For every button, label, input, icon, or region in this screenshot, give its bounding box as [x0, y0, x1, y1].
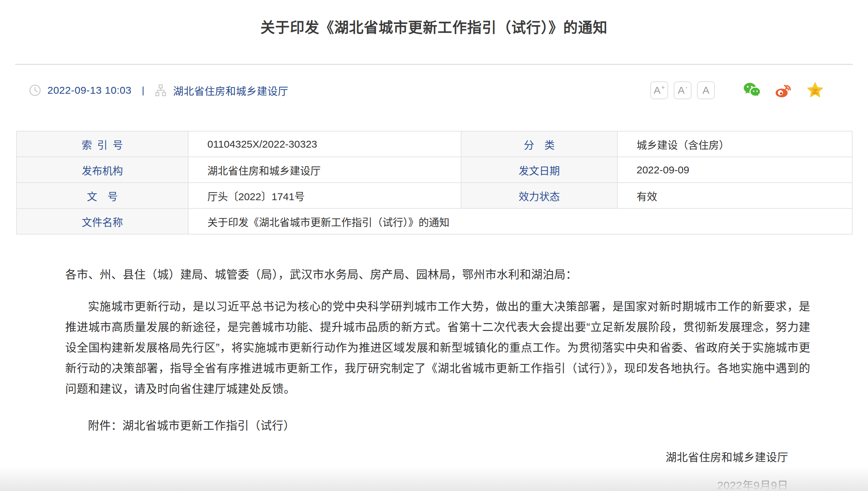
wechat-icon [742, 81, 762, 100]
weibo-icon [774, 81, 793, 100]
meta-info: 2022-09-13 10:03 | 湖北省住房和城乡建设厅 [16, 83, 288, 98]
salutation: 各市、州、县住（城）建局、城管委（局），武汉市水务局、房产局、园林局，鄂州市水利… [65, 267, 810, 282]
page-title: 关于印发《湖北省城市更新工作指引（试行）》的通知 [0, 0, 868, 37]
qzone-icon [806, 81, 825, 100]
sitemap-icon [155, 84, 167, 96]
main-paragraph: 实施城市更新行动，是以习近平总书记为核心的党中央科学研判城市工作大势，做出的重大… [65, 296, 810, 399]
validity-value: 有效 [617, 183, 852, 208]
signature-date: 2022年9月9日 [65, 478, 810, 491]
font-decrease-label: A [678, 84, 685, 96]
table-row: 发布机构 湖北省住房和城乡建设厅 发文日期 2022-09-09 [16, 157, 852, 183]
wechat-share-button[interactable] [742, 81, 762, 100]
clock-icon [29, 84, 41, 96]
table-row: 索 引 号 01104325X/2022-30323 分 类 城乡建设（含住房） [16, 131, 852, 157]
validity-label: 效力状态 [461, 183, 617, 208]
share-group [730, 81, 825, 100]
font-reset-label: A [703, 84, 709, 96]
signature: 湖北省住房和城乡建设厅 [65, 450, 810, 465]
font-increase-button[interactable]: A+ [650, 81, 668, 99]
font-increase-mark: + [661, 84, 665, 91]
source-link[interactable]: 湖北省住房和城乡建设厅 [173, 83, 288, 98]
doc-number-label: 文 号 [16, 183, 188, 208]
info-table: 索 引 号 01104325X/2022-30323 分 类 城乡建设（含住房）… [16, 131, 853, 235]
attachment-line: 附件：湖北省城市更新工作指引（试行） [65, 419, 810, 433]
publish-date-label: 发文日期 [461, 157, 617, 183]
title-divider [15, 64, 853, 65]
publisher-label: 发布机构 [16, 157, 188, 183]
doc-name-label: 文件名称 [16, 208, 188, 234]
table-row: 文 号 厅头〔2022〕1741号 效力状态 有效 [16, 183, 852, 208]
publisher-value: 湖北省住房和城乡建设厅 [188, 157, 461, 183]
font-reset-button[interactable]: A [697, 81, 715, 99]
weibo-share-button[interactable] [774, 81, 793, 100]
category-label: 分 类 [461, 131, 617, 157]
category-value: 城乡建设（含住房） [617, 131, 852, 157]
publish-date-value: 2022-09-09 [617, 157, 852, 183]
doc-number-value: 厅头〔2022〕1741号 [188, 183, 461, 208]
index-number-value: 01104325X/2022-30323 [188, 131, 461, 157]
font-increase-label: A [654, 84, 661, 96]
meta-actions: A+ A- A [645, 81, 852, 100]
meta-bar: 2022-09-13 10:03 | 湖北省住房和城乡建设厅 A+ A- A [16, 77, 852, 104]
doc-name-value: 关于印发《湖北省城市更新工作指引（试行）》的通知 [188, 208, 852, 234]
qzone-share-button[interactable] [806, 81, 825, 100]
table-row: 文件名称 关于印发《湖北省城市更新工作指引（试行）》的通知 [16, 208, 852, 234]
article-body: 各市、州、县住（城）建局、城管委（局），武汉市水务局、房产局、园林局，鄂州市水利… [0, 267, 868, 491]
index-number-label: 索 引 号 [16, 131, 188, 157]
font-decrease-button[interactable]: A- [674, 81, 692, 99]
publish-time: 2022-09-13 10:03 [47, 84, 132, 96]
meta-divider: | [142, 85, 144, 96]
font-decrease-mark: - [685, 84, 687, 91]
